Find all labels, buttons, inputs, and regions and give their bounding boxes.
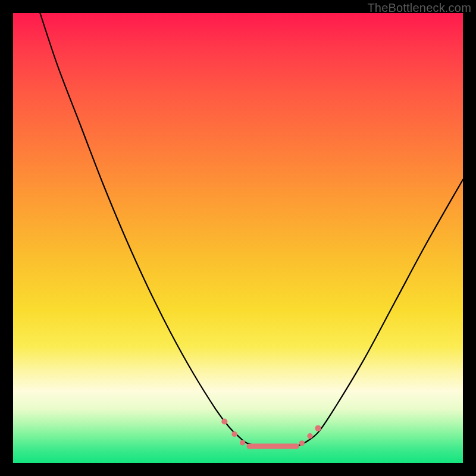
- right-lower-dot: [299, 440, 305, 446]
- chart-svg: [13, 13, 463, 463]
- right-mid-dot: [307, 433, 312, 439]
- left-upper-dot: [221, 418, 227, 424]
- watermark-text: TheBottleneck.com: [367, 1, 471, 15]
- chart-frame: TheBottleneck.com: [0, 0, 476, 476]
- right-upper-dot: [315, 425, 321, 431]
- left-mid-dot: [231, 431, 237, 437]
- plot-area: [13, 13, 463, 463]
- bottleneck-curve: [40, 13, 463, 447]
- curve-group: [40, 13, 463, 447]
- left-lower-dot: [240, 440, 245, 445]
